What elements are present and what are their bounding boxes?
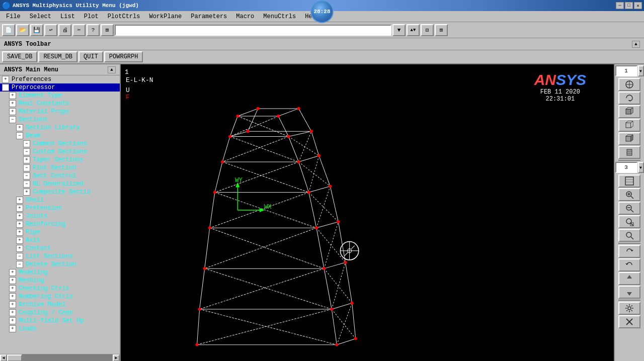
maximize-button[interactable]: □ (625, 2, 633, 9)
expand-icon-loads[interactable]: + (9, 325, 16, 332)
toolbar-grid[interactable]: ⊞ (101, 24, 114, 36)
tree-node-sect-control[interactable]: −Sect Control (0, 172, 120, 180)
cube-front-button[interactable] (618, 105, 640, 118)
close-button[interactable]: ✕ (634, 2, 642, 9)
tree-node-numbering-ctrls[interactable]: +Numbering Ctrls (0, 293, 120, 301)
expand-icon-numbering-ctrls[interactable]: + (9, 293, 16, 300)
expand-icon-beam[interactable]: − (16, 132, 23, 139)
tree-node-sections[interactable]: −Sections (0, 116, 120, 124)
expand-icon-taper-sections[interactable]: + (23, 156, 30, 163)
expand-icon-real-constants[interactable]: + (9, 100, 16, 107)
expand-icon-archive-model[interactable]: + (9, 301, 16, 308)
scroll-left[interactable]: ◀ (0, 354, 7, 362)
toolbar-save[interactable]: 💾 (30, 24, 43, 36)
settings-button[interactable] (618, 302, 640, 315)
tree-node-shell[interactable]: +Shell (0, 196, 120, 204)
tree-node-custom-sections[interactable]: −Custom Sections (0, 148, 120, 156)
rotate-button[interactable] (618, 92, 640, 105)
expand-icon-composite-section[interactable]: + (23, 189, 30, 196)
tree-node-checking-ctrls[interactable]: +Checking Ctrls (0, 285, 120, 293)
toolbar-undo[interactable]: ↩ (44, 24, 57, 36)
expand-icon-element-type[interactable]: + (9, 92, 16, 99)
minimize-button[interactable]: — (616, 2, 624, 9)
tree-node-loads[interactable]: +Loads (0, 325, 120, 333)
quit-button[interactable]: QUIT (78, 51, 103, 62)
pan-up-button[interactable] (618, 272, 640, 285)
resum-db-button[interactable]: RESUM_DB (38, 51, 77, 62)
tree-node-delete-section[interactable]: −Delete Section (0, 260, 120, 268)
tree-node-beam[interactable]: −Beam (0, 132, 120, 140)
expand-icon-reinforcing[interactable]: + (16, 221, 23, 228)
rotate-ccw-button[interactable] (618, 258, 640, 272)
toolbar-help[interactable]: ? (87, 24, 100, 36)
expand-icon-checking-ctrls[interactable]: + (9, 285, 16, 292)
tree-node-material-props[interactable]: +Material Props (0, 108, 120, 116)
tree-node-pretension[interactable]: +Pretension (0, 204, 120, 212)
expand-icon-sections[interactable]: − (9, 116, 16, 123)
expand-icon-section-library[interactable]: + (16, 124, 23, 131)
toolbar-expand-button[interactable]: ▲ (632, 41, 640, 48)
tree-node-composite-section[interactable]: +Composite Sectio (0, 188, 120, 196)
zoom-decrease-button[interactable] (618, 202, 640, 215)
expand-icon-preprocessor[interactable]: − (2, 84, 9, 91)
render-mode-dropdown[interactable]: ▼ (638, 162, 644, 173)
tree-node-preprocessor[interactable]: −Preprocessor (0, 83, 120, 92)
toolbar-input[interactable] (115, 25, 391, 36)
cross-button[interactable] (618, 315, 640, 328)
menu-file[interactable]: File (2, 12, 25, 21)
tree-node-section-library[interactable]: +Section Library (0, 124, 120, 132)
menu-collapse-btn[interactable]: ▲ (108, 66, 116, 73)
tree-node-taper-sections[interactable]: +Taper Sections (0, 156, 120, 164)
menu-workplane[interactable]: WorkPlane (145, 12, 186, 21)
menu-select[interactable]: Select (26, 12, 55, 21)
powrgrph-button[interactable]: POWRGRPH (104, 51, 143, 62)
tree-node-plot-section[interactable]: −Plot Section (0, 164, 120, 172)
tree-node-element-type[interactable]: +Element Type (0, 92, 120, 100)
menu-plotctrls[interactable]: PlotCtrls (104, 12, 144, 21)
toolbar-cut[interactable]: ✂ (72, 24, 86, 36)
toolbar-open[interactable]: 📂 (16, 24, 29, 36)
viewport[interactable]: WY WX 1 E-L-K-N U F ANSYS FEB 11 2020 (121, 64, 614, 361)
tree-node-axis[interactable]: +Axis (0, 236, 120, 244)
tree-node-reinforcing[interactable]: +Reinforcing (0, 220, 120, 228)
zoom-box-button[interactable] (618, 215, 640, 228)
menu-parameters[interactable]: Parameters (187, 12, 231, 21)
tree-node-list-sections[interactable]: −List Sections (0, 252, 120, 260)
toolbar-print[interactable]: 🖨 (58, 24, 71, 36)
zoom-increase-button[interactable] (618, 188, 640, 201)
expand-icon-preferences[interactable]: + (2, 76, 9, 83)
toolbar-new[interactable]: 📄 (2, 24, 15, 36)
menu-menuctrls[interactable]: MenuCtrls (259, 12, 300, 21)
save-db-button[interactable]: SAVE_DB (2, 51, 37, 62)
toolbar-btn1[interactable]: ▲▼ (407, 24, 420, 36)
menu-list[interactable]: List (56, 12, 79, 21)
toolbar-btn2[interactable]: ⊡ (421, 24, 434, 36)
pan-down-button[interactable] (618, 286, 640, 299)
scroll-thumb[interactable] (7, 354, 22, 362)
tree-node-modeling[interactable]: +Modeling (0, 268, 120, 277)
tree-node-real-constants[interactable]: +Real Constants (0, 100, 120, 108)
toolbar-dropdown-btn[interactable]: ▼ (392, 24, 406, 36)
expand-icon-meshing[interactable]: + (9, 277, 16, 284)
h-scroll[interactable]: ◀ ▶ (0, 354, 120, 361)
expand-icon-shell[interactable]: + (16, 197, 23, 204)
tree-node-archive-model[interactable]: +Archive Model (0, 301, 120, 309)
title-controls[interactable]: — □ ✕ (616, 2, 642, 9)
expand-icon-modeling[interactable]: + (9, 269, 16, 276)
replot-button[interactable] (618, 174, 640, 188)
expand-icon-multi-field[interactable]: + (9, 317, 16, 324)
tree-node-preferences[interactable]: +Preferences (0, 75, 120, 83)
pan-button[interactable] (618, 78, 640, 91)
zoom-fit-button[interactable] (618, 229, 640, 242)
tree-node-multi-field[interactable]: +Multi-field Set Up (0, 317, 120, 325)
expand-icon-pipe[interactable]: + (16, 229, 23, 236)
tree-node-meshing[interactable]: +Meshing (0, 277, 120, 285)
view-side-button[interactable] (618, 146, 640, 159)
tree-node-joints[interactable]: +Joints (0, 212, 120, 220)
expand-icon-joints[interactable]: + (16, 213, 23, 220)
tree-node-common-sections[interactable]: −Common Sections (0, 140, 120, 148)
tree-node-nl-generalized[interactable]: −NL Generalized (0, 180, 120, 188)
expand-icon-coupling-ceqn[interactable]: + (9, 309, 16, 316)
expand-icon-contact[interactable]: + (16, 245, 23, 252)
menu-plot[interactable]: Plot (80, 12, 103, 21)
